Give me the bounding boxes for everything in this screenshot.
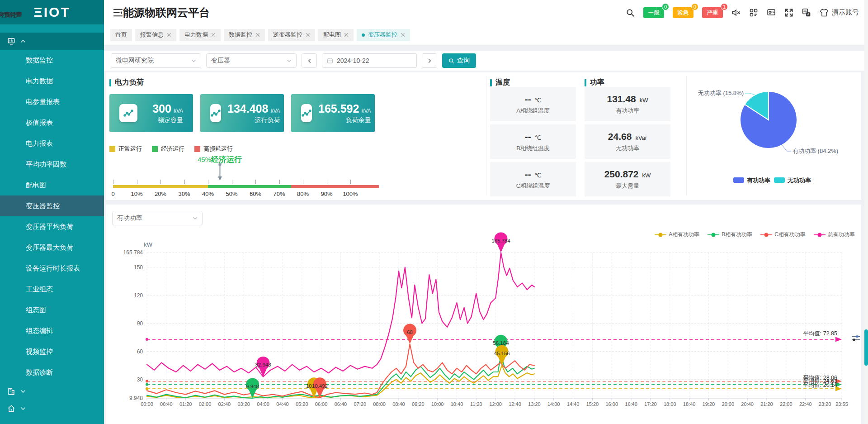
chart-legend-item[interactable]: A相有功功率 (655, 231, 699, 238)
scrollbar-thumb[interactable] (864, 329, 868, 366)
chart-legend-item[interactable]: C相有功功率 (760, 231, 806, 238)
tab-power-data[interactable]: 电力数据 (179, 29, 221, 41)
sidebar-group-power-meter-reading[interactable]: 电力集抄 (0, 33, 104, 50)
gauge-tick-label: 30% (178, 191, 190, 197)
tab-transformer-monitor[interactable]: 变压器监控 (357, 29, 410, 41)
prev-day-button[interactable] (302, 53, 317, 68)
sidebar-item-data-diagnosis[interactable]: 数据诊断 (0, 362, 104, 383)
apps-icon[interactable] (749, 8, 758, 17)
gauge-tick-label: 10% (131, 191, 142, 197)
tab-data-monitor[interactable]: 数据监控 (224, 29, 265, 41)
tab-home[interactable]: 首页 (110, 29, 132, 41)
search-icon[interactable] (626, 8, 635, 17)
sidebar-item-extreme-report[interactable]: 极值报表 (0, 112, 104, 133)
load-card-text: 300kVA额定容量 (144, 102, 193, 124)
sidebar-item-distribution-diagram[interactable]: 配电图 (0, 175, 104, 195)
alarm-badge-normal[interactable]: 一般0 (643, 7, 664, 18)
x-axis-tick-label: 07:20 (354, 401, 367, 407)
sidebar-item-transformer-monitor[interactable]: 变压器监控 (0, 195, 104, 216)
sidebar-item-video-monitor[interactable]: 视频监控 (0, 341, 104, 362)
device-select[interactable]: 变压器 (206, 53, 297, 68)
tab-alarm-info[interactable]: 报警信息 (135, 29, 176, 41)
run-legend-item[interactable]: 正常运行 (109, 145, 142, 153)
run-legend-item[interactable]: 高损耗运行 (194, 145, 233, 153)
sidebar-item-avg-power-factor[interactable]: 平均功率因数 (0, 154, 104, 175)
chart-settings-icon[interactable] (851, 335, 861, 343)
sidebar-item-industrial-scada[interactable]: 工业组态 (0, 279, 104, 300)
tab-inverter-monitor[interactable]: 逆变器监控 (268, 29, 315, 41)
stat-card: --℃C相绕组温度 (490, 162, 576, 196)
alarm-badge-count: 0 (691, 3, 698, 10)
date-value: 2024-10-22 (337, 57, 369, 64)
sidebar: ΞIOT 电力集抄数据监控电力数据电参量报表极值报表电力报表平均功率因数配电图变… (0, 0, 104, 424)
x-axis-tick-label: 19:20 (703, 401, 715, 407)
stat-unit: ℃ (535, 97, 542, 104)
run-legend-item[interactable]: 经济运行 (152, 145, 184, 153)
close-icon[interactable] (401, 33, 405, 37)
query-button[interactable]: 查询 (442, 53, 476, 68)
sidebar-group-prepaid-management[interactable]: ¥预付费管理 (0, 383, 104, 400)
alarm-badge-urgent[interactable]: 紧急0 (673, 7, 693, 18)
stat-value-row: 250.872kW (604, 169, 651, 180)
sidebar-item-transformer-max-load[interactable]: 变压器最大负荷 (0, 237, 104, 258)
average-line-arrow (835, 337, 842, 342)
data-pin-label: 165.784 (491, 238, 510, 243)
mute-icon[interactable] (731, 8, 741, 17)
x-axis-tick-label: 08:40 (392, 401, 405, 407)
stat-label: B相绕组温度 (516, 144, 550, 152)
sidebar-item-param-report[interactable]: 电参量报表 (0, 91, 104, 112)
translate-icon[interactable]: 中A (802, 8, 811, 17)
collapse-menu-icon[interactable] (113, 8, 123, 17)
date-picker[interactable]: 2024-10-22 (322, 53, 417, 68)
sidebar-group-dorm-prepaid[interactable]: ¥宿舍预付费 (0, 400, 104, 417)
sidebar-item-data-monitor[interactable]: 数据监控 (0, 50, 104, 71)
x-axis-tick-label: 08:00 (373, 401, 386, 407)
close-icon[interactable] (344, 33, 349, 37)
close-icon[interactable] (211, 33, 216, 37)
sidebar-item-scada-editor[interactable]: 组态编辑 (0, 320, 104, 341)
close-icon[interactable] (255, 33, 260, 37)
stat-value-row: --℃ (525, 94, 542, 105)
chart-legend-item[interactable]: B相有功功率 (708, 231, 752, 238)
sidebar-item-power-data[interactable]: 电力数据 (0, 71, 104, 91)
x-axis-tick-label: 10:40 (451, 401, 463, 407)
chevron-down-icon (20, 406, 26, 411)
data-pin-label: 68 (407, 329, 413, 335)
legend-line-dot-icon (814, 233, 826, 237)
chart-legend-item[interactable]: 总有功功率 (814, 231, 855, 238)
load-cards: 300kVA额定容量134.408kVA运行负荷165.592kVA负荷余量 (109, 94, 375, 132)
screen-icon[interactable] (767, 8, 776, 17)
alarm-badge-critical[interactable]: 严重1 (702, 7, 723, 18)
sidebar-item-scada-diagram[interactable]: 组态图 (0, 300, 104, 320)
y-axis-tick-label: 9.948 (129, 395, 143, 401)
stat-value: -- (525, 169, 531, 179)
fullscreen-icon[interactable] (784, 8, 793, 17)
close-icon[interactable] (167, 33, 171, 37)
pie-legend-item[interactable]: 有功功率 (733, 177, 770, 184)
account-menu[interactable]: 演示账号 (820, 8, 859, 17)
station-select[interactable]: 微电网研究院 (111, 53, 201, 68)
x-axis-tick-label: 00:40 (160, 401, 173, 407)
tab-distribution-diagram[interactable]: 配电图 (318, 29, 354, 41)
alarm-badge-label: 严重 (702, 7, 723, 18)
x-axis-tick-label: 12:00 (489, 401, 502, 407)
metric-select[interactable]: 有功功率 (112, 211, 203, 225)
power-cards: 131.48kW有功功率24.68kVar无功功率250.872kW最大需量 (585, 87, 670, 200)
sidebar-item-transformer-avg-load[interactable]: 变压器平均负荷 (0, 216, 104, 237)
sidebar-item-power-report[interactable]: 电力报表 (0, 133, 104, 154)
close-icon[interactable] (306, 33, 310, 37)
next-day-button[interactable] (422, 53, 437, 68)
sidebar-item-device-runtime-report[interactable]: 设备运行时长报表 (0, 258, 104, 279)
pie-legend-item[interactable]: 无功功率 (774, 177, 811, 184)
legend-line-dot-icon (760, 233, 772, 237)
stat-unit: ℃ (535, 172, 542, 179)
x-axis-tick-label: 04:40 (276, 401, 289, 407)
load-card-unit: kVA (270, 108, 280, 114)
gauge-tick (232, 180, 232, 184)
y-axis-tick-label: 90 (137, 320, 143, 327)
x-axis-tick-label: 20:00 (722, 401, 735, 407)
overview-panel: 电力负荷 300kVA额定容量134.408kVA运行负荷165.592kVA负… (106, 72, 861, 200)
load-card-label: 运行负荷 (227, 116, 280, 124)
stat-value: -- (525, 131, 531, 142)
device-select-value: 变压器 (211, 57, 230, 65)
